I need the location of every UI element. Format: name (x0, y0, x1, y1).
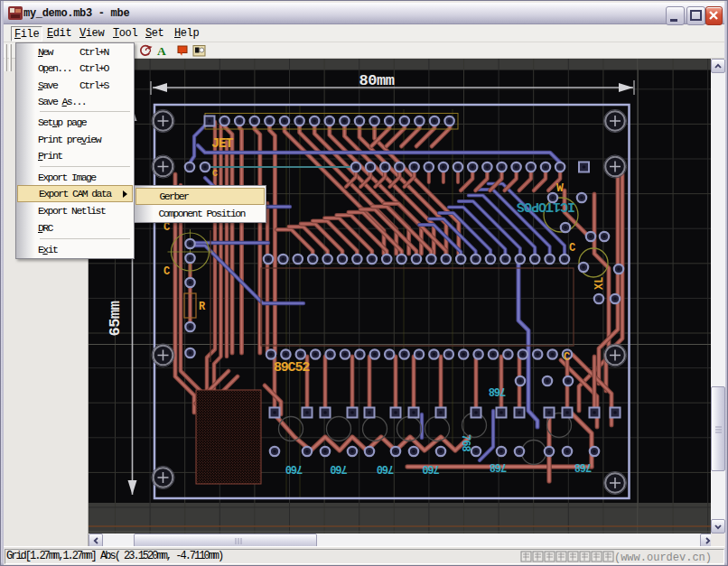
svg-text:C: C (163, 221, 170, 234)
svg-text:760: 760 (330, 462, 347, 475)
svg-text:C: C (564, 351, 570, 364)
svg-text:JET: JET (211, 136, 234, 152)
svg-text:C: C (212, 169, 218, 179)
svg-text:IC1TOPOS: IC1TOPOS (517, 199, 575, 214)
svg-text:80mm: 80mm (359, 72, 395, 89)
svg-text:65mm: 65mm (107, 301, 124, 336)
svg-text:768: 768 (459, 434, 471, 451)
svg-text:C: C (569, 242, 575, 255)
svg-text:XL: XL (593, 277, 606, 290)
svg-text:89C52: 89C52 (274, 360, 310, 376)
svg-text:768: 768 (489, 385, 506, 397)
svg-text:768: 768 (574, 460, 592, 473)
svg-text:R: R (199, 301, 206, 313)
svg-text:760: 760 (285, 462, 303, 475)
svg-text:760: 760 (422, 462, 439, 475)
svg-text:760: 760 (377, 462, 394, 475)
svg-text:768: 768 (490, 460, 507, 473)
svg-text:C: C (163, 265, 170, 278)
svg-text:W: W (556, 181, 564, 195)
svg-text:A: A (157, 44, 166, 58)
